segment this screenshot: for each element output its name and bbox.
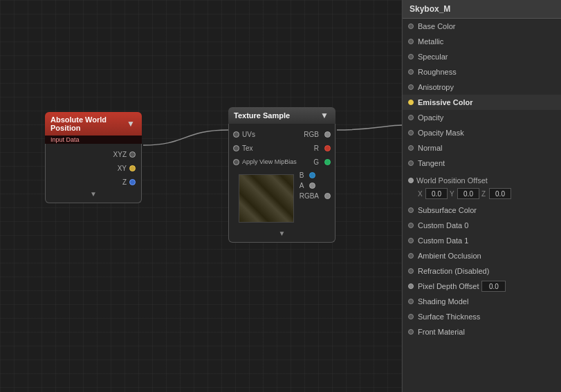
node-awp-title: Absolute World Position bbox=[50, 115, 125, 132]
pixel-depth-row[interactable]: Pixel Depth Offset bbox=[403, 279, 561, 294]
port-a-label: A bbox=[300, 182, 304, 189]
panel-item-roughness[interactable]: Roughness bbox=[403, 64, 561, 80]
panel-item-anisotropy[interactable]: Anisotropy bbox=[403, 80, 561, 95]
right-panel: Skybox_M Base Color Metallic Specular Ro… bbox=[402, 0, 561, 392]
node-texture-sample[interactable]: Texture Sample ▼ UVs RGB Tex bbox=[228, 107, 335, 243]
panel-item-specular[interactable]: Specular bbox=[403, 49, 561, 64]
dot-wp-offset[interactable] bbox=[408, 178, 414, 183]
port-a-out[interactable] bbox=[309, 183, 315, 189]
node-absolute-world-position[interactable]: Absolute World Position ▼ Input Data XYZ… bbox=[45, 112, 142, 203]
dot-emissive bbox=[408, 100, 414, 105]
panel-item-emissive[interactable]: Emissive Color bbox=[403, 95, 561, 110]
label-specular: Specular bbox=[418, 53, 448, 61]
port-xy-row: XY bbox=[46, 161, 141, 175]
node-awp-body: XYZ XY Z ▼ bbox=[45, 144, 142, 203]
panel-item-shading-model[interactable]: Shading Model bbox=[403, 294, 561, 309]
label-normal: Normal bbox=[418, 144, 442, 152]
port-xyz-dot[interactable] bbox=[129, 151, 136, 158]
dot-subsurface bbox=[408, 207, 414, 213]
panel-item-custom-data-0[interactable]: Custom Data 0 bbox=[403, 218, 561, 233]
xyz-y-label: Y bbox=[450, 190, 455, 198]
dot-shading-model bbox=[408, 299, 414, 304]
label-emissive: Emissive Color bbox=[418, 98, 472, 106]
port-r-out[interactable] bbox=[324, 145, 331, 151]
label-opacity: Opacity bbox=[418, 113, 443, 122]
label-metallic: Metallic bbox=[418, 37, 443, 46]
port-xyz-row: XYZ bbox=[46, 147, 141, 161]
panel-item-refraction[interactable]: Refraction (Disabled) bbox=[403, 263, 561, 279]
xyz-x-input[interactable] bbox=[425, 188, 448, 199]
wp-offset-header[interactable]: World Position Offset bbox=[408, 173, 555, 188]
dot-custom-data-0 bbox=[408, 223, 414, 228]
xyz-z-input[interactable] bbox=[489, 188, 511, 199]
dot-ambient-occlusion bbox=[408, 253, 414, 259]
panel-item-custom-data-1[interactable]: Custom Data 1 bbox=[403, 233, 561, 248]
panel-item-normal[interactable]: Normal bbox=[403, 140, 561, 156]
label-roughness: Roughness bbox=[418, 68, 457, 76]
port-rgb-out[interactable] bbox=[324, 131, 331, 138]
node-ts-body: UVs RGB Tex R Ap bbox=[228, 124, 335, 243]
panel-item-surface-thickness[interactable]: Surface Thickness bbox=[403, 309, 561, 324]
panel-item-ambient-occlusion[interactable]: Ambient Occlusion bbox=[403, 248, 561, 263]
port-rgba-out[interactable] bbox=[324, 193, 331, 199]
node-awp-expand[interactable]: ▼ bbox=[46, 189, 141, 199]
pixel-depth-input[interactable] bbox=[481, 281, 506, 292]
port-uvs-in[interactable] bbox=[233, 131, 239, 138]
port-rgb-label: RGB bbox=[304, 131, 319, 138]
label-surface-thickness: Surface Thickness bbox=[418, 312, 480, 321]
texture-thumbnail bbox=[239, 174, 294, 223]
panel-item-base-color[interactable]: Base Color bbox=[403, 19, 561, 34]
label-custom-data-1: Custom Data 1 bbox=[418, 236, 468, 245]
node-ts-collapse[interactable]: ▼ bbox=[319, 111, 330, 120]
label-anisotropy: Anisotropy bbox=[418, 83, 454, 91]
dot-opacity bbox=[408, 115, 414, 120]
panel-item-metallic[interactable]: Metallic bbox=[403, 34, 561, 49]
dot-front-material bbox=[408, 329, 414, 335]
label-opacity-mask: Opacity Mask bbox=[418, 129, 464, 137]
node-awp-collapse[interactable]: ▼ bbox=[125, 119, 136, 129]
label-custom-data-0: Custom Data 0 bbox=[418, 221, 468, 230]
port-b-out[interactable] bbox=[309, 172, 315, 178]
label-wp-offset: World Position Offset bbox=[416, 176, 488, 185]
dot-anisotropy bbox=[408, 84, 414, 90]
canvas[interactable]: Absolute World Position ▼ Input Data XYZ… bbox=[0, 0, 402, 392]
panel-item-opacity-mask[interactable]: Opacity Mask bbox=[403, 125, 561, 140]
label-base-color: Base Color bbox=[418, 22, 455, 30]
port-tex-in[interactable] bbox=[233, 145, 239, 151]
port-z-dot[interactable] bbox=[129, 179, 136, 185]
dot-roughness bbox=[408, 69, 414, 75]
dot-normal bbox=[408, 145, 414, 151]
panel-item-subsurface[interactable]: Subsurface Color bbox=[403, 203, 561, 218]
panel-title: Skybox_M bbox=[403, 0, 561, 19]
port-rgba-label: RGBA bbox=[300, 192, 319, 200]
dot-surface-thickness bbox=[408, 314, 414, 319]
label-refraction: Refraction (Disabled) bbox=[418, 267, 489, 275]
port-mip-in[interactable] bbox=[233, 159, 239, 165]
dot-pixel-depth bbox=[408, 283, 414, 289]
wp-xyz-row: X Y Z bbox=[408, 188, 555, 199]
port-g-out[interactable] bbox=[324, 159, 331, 165]
port-xy-dot[interactable] bbox=[129, 165, 136, 171]
panel-item-opacity[interactable]: Opacity bbox=[403, 110, 561, 125]
label-subsurface: Subsurface Color bbox=[418, 206, 477, 214]
node-awp-header[interactable]: Absolute World Position ▼ bbox=[45, 112, 142, 136]
port-b-label: B bbox=[300, 171, 304, 179]
dot-tangent bbox=[408, 160, 414, 166]
dot-custom-data-1 bbox=[408, 238, 414, 243]
ts-port-uvs: UVs RGB bbox=[229, 127, 335, 141]
port-z-row: Z bbox=[46, 175, 141, 189]
port-uvs-label: UVs bbox=[242, 131, 255, 138]
node-ts-header[interactable]: Texture Sample ▼ bbox=[228, 107, 335, 124]
port-z-label: Z bbox=[122, 178, 127, 186]
node-awp-subtitle: Input Data bbox=[45, 136, 142, 144]
panel-item-tangent[interactable]: Tangent bbox=[403, 156, 561, 171]
panel-item-front-material[interactable]: Front Material bbox=[403, 324, 561, 339]
label-tangent: Tangent bbox=[418, 159, 445, 167]
xyz-y-input[interactable] bbox=[457, 188, 479, 199]
ts-port-tex: Tex R bbox=[229, 141, 335, 155]
node-ts-title: Texture Sample bbox=[234, 111, 290, 120]
label-ambient-occlusion: Ambient Occlusion bbox=[418, 252, 481, 260]
ts-port-mip: Apply View MipBias G bbox=[229, 155, 335, 169]
node-ts-expand[interactable]: ▼ bbox=[229, 228, 335, 239]
xyz-x-label: X bbox=[418, 190, 423, 198]
